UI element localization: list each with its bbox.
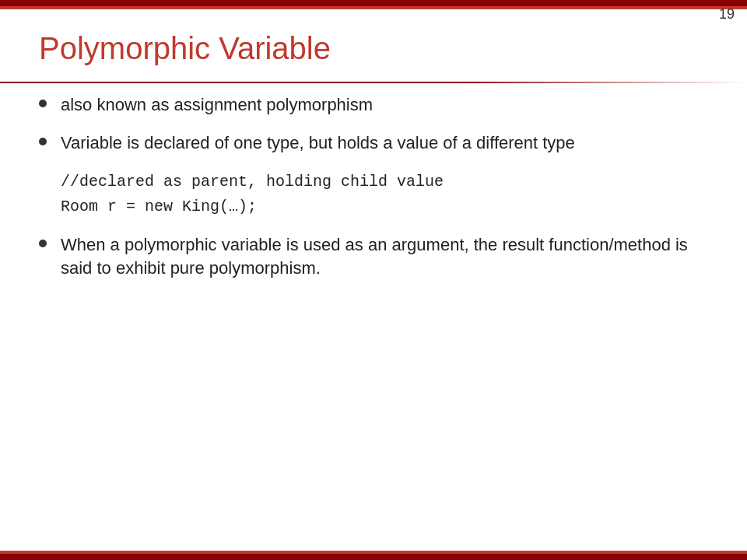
bullet-item-2: Variable is declared of one type, but ho… — [39, 131, 708, 156]
bullet-item-1: also known as assignment polymorphism — [39, 93, 708, 117]
slide-title: Polymorphic Variable — [39, 31, 331, 66]
top-bars — [0, 0, 747, 9]
bottom-bars — [0, 551, 747, 560]
slide-container: 19 Polymorphic Variable also known as as… — [0, 0, 747, 560]
bullet-dot-3 — [39, 240, 47, 247]
bullet-text-1: also known as assignment polymorphism — [61, 93, 708, 117]
code-line-1: //declared as parent, holding child valu… — [61, 170, 708, 194]
top-bar-red — [0, 0, 747, 6]
bullet-item-3: When a polymorphic variable is used as a… — [39, 233, 708, 282]
page-number: 19 — [719, 6, 735, 23]
code-block: //declared as parent, holding child valu… — [61, 170, 708, 219]
bullet-text-2: Variable is declared of one type, but ho… — [61, 131, 708, 156]
bottom-bar-red — [0, 554, 747, 560]
title-divider — [0, 82, 747, 83]
top-bar-light — [0, 6, 747, 9]
bullet-dot-1 — [39, 100, 47, 107]
bullet-dot-2 — [39, 138, 47, 145]
bullet-text-3: When a polymorphic variable is used as a… — [61, 233, 708, 282]
code-block-item: //declared as parent, holding child valu… — [39, 170, 708, 219]
slide-content: also known as assignment polymorphism Va… — [39, 93, 708, 513]
bullet-list: also known as assignment polymorphism Va… — [39, 93, 708, 281]
code-line-2: Room r = new King(…); — [61, 194, 708, 219]
